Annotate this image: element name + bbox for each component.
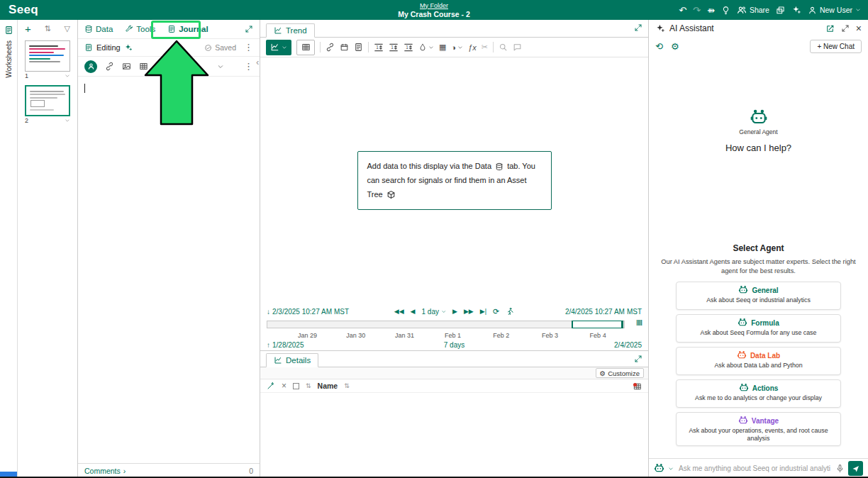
journal-editor[interactable] <box>78 77 260 463</box>
trend-view-button[interactable] <box>266 40 291 55</box>
chat-history-icon[interactable]: ⟲ <box>655 41 663 52</box>
agent-card-general[interactable]: General Ask about Seeq or industrial ana… <box>676 282 841 310</box>
axis-tick: Feb 1 <box>445 332 461 339</box>
journal-menu-icon[interactable]: ⋮ <box>244 44 253 51</box>
share-label: Share <box>750 6 769 14</box>
expand-trend-icon[interactable] <box>634 23 642 32</box>
agent-selector-robot-icon[interactable] <box>654 463 664 474</box>
skip-forward-icon[interactable]: ⇻ <box>707 5 715 16</box>
step-back-icon[interactable]: ◀ <box>411 308 416 315</box>
topbar-actions: ↶ ↷ ⇻ Share New User <box>679 5 868 16</box>
agent-card-data-lab[interactable]: Data Lab Ask about Data Lab and Python <box>676 347 841 375</box>
customize-dropdown[interactable] <box>418 43 434 52</box>
display-range-end[interactable]: 2/4/2025 10:27 AM MST <box>565 308 642 316</box>
lightbulb-icon[interactable] <box>721 6 730 15</box>
tab-journal[interactable]: Journal <box>167 25 208 33</box>
select-all-checkbox[interactable] <box>293 383 299 389</box>
step-forward-double-icon[interactable]: ▶▶ <box>464 308 474 315</box>
user-menu[interactable]: New User <box>808 6 861 15</box>
tab-details[interactable]: Details <box>266 353 318 367</box>
split-axes-icon[interactable] <box>404 43 413 52</box>
worksheet-menu-chevron-icon[interactable] <box>65 118 70 123</box>
agent-card-vantage[interactable]: Vantage Ask about your operations, event… <box>676 412 841 446</box>
add-worksheet-button[interactable]: + <box>25 25 31 33</box>
agent-card-actions[interactable]: Actions Ask me to do analytics or change… <box>676 379 841 408</box>
ai-assist-sparkle-icon[interactable] <box>124 43 133 52</box>
share-button[interactable]: Share <box>737 5 769 15</box>
customize-button[interactable]: ⚙ Customize <box>596 368 644 378</box>
trend-plot-area[interactable]: Add data to this display via the Data ta… <box>260 57 648 305</box>
new-chat-button[interactable]: + New Chat <box>810 40 862 53</box>
undo-icon[interactable]: ↶ <box>679 5 686 16</box>
timeline-track[interactable] <box>267 321 625 328</box>
database-icon <box>495 162 503 171</box>
worksheets-strip[interactable]: Worksheets <box>0 20 18 478</box>
chain-view-icon[interactable] <box>326 43 335 52</box>
ai-prompt-input[interactable] <box>677 464 832 473</box>
step-back-double-icon[interactable]: ◀◀ <box>394 308 404 315</box>
insert-image-icon[interactable] <box>122 62 131 71</box>
one-lane-icon[interactable] <box>374 43 384 52</box>
comments-label: Comments <box>84 467 121 475</box>
details-panel: Details ⚙ Customize × ⇅ Name ⇅ <box>260 350 648 478</box>
add-column-icon[interactable] <box>633 382 642 391</box>
more-formatting-chevron-icon[interactable] <box>217 63 224 70</box>
expand-panel-icon[interactable] <box>245 25 253 33</box>
step-forward-icon[interactable]: ▶ <box>452 308 457 315</box>
investigate-end[interactable]: 2/4/2025 <box>614 341 642 349</box>
comments-toggle[interactable]: Comments › <box>84 467 126 475</box>
present-windows-icon[interactable] <box>776 6 785 15</box>
display-range-selector[interactable] <box>572 321 623 328</box>
display-range-start[interactable]: ↓ 2/3/2025 10:27 AM MST <box>267 308 349 316</box>
auto-update-icon[interactable] <box>506 307 514 316</box>
expand-ai-icon[interactable] <box>841 24 850 33</box>
worksheet-menu-chevron-icon[interactable] <box>65 73 70 79</box>
name-column-header[interactable]: Name <box>318 382 338 390</box>
details-tab-label: Details <box>286 356 311 365</box>
ai-settings-gear-icon[interactable]: ⚙ <box>671 41 679 52</box>
seeq-workbench: Seeq My Folder My Crash Course - 2 ↶ ↷ ⇻… <box>0 0 868 478</box>
investigate-start[interactable]: ↑ 1/28/2025 <box>267 341 304 349</box>
wand-icon[interactable] <box>267 382 275 390</box>
worksheet-thumbnail-2[interactable] <box>25 85 70 116</box>
sort-icon[interactable]: ⇅ <box>344 382 350 389</box>
collapse-journal-handle[interactable]: ‹ <box>256 57 259 67</box>
expand-details-icon[interactable] <box>634 355 642 363</box>
microphone-icon[interactable] <box>835 464 845 473</box>
split-lanes-icon[interactable] <box>389 43 399 52</box>
function-references-icon[interactable]: ƒx <box>468 43 477 52</box>
breadcrumb[interactable]: My Folder <box>420 2 448 10</box>
export-icon[interactable] <box>354 43 363 52</box>
insert-table-icon[interactable] <box>139 62 148 71</box>
tab-tools[interactable]: Tools <box>125 25 155 33</box>
tab-trend[interactable]: Trend <box>266 23 315 38</box>
step-to-end-icon[interactable]: ▶| <box>480 308 486 315</box>
refresh-icon[interactable]: ⟳ <box>493 307 499 316</box>
user-icon <box>808 6 817 15</box>
tab-data[interactable]: Data <box>84 25 113 33</box>
worksheet-thumbnail-1[interactable] <box>25 40 70 72</box>
range-handles-icon[interactable]: ‖‖ <box>636 319 642 327</box>
sort-icon[interactable]: ⇅ <box>306 382 311 389</box>
ai-sparkle-icon[interactable] <box>791 5 801 15</box>
active-agent: General Agent <box>649 109 868 135</box>
investigate-duration[interactable]: 7 days <box>444 341 464 349</box>
remove-item-icon[interactable]: × <box>282 381 286 391</box>
close-ai-icon[interactable]: × <box>856 23 862 34</box>
gridlines-toggle[interactable]: ▦ <box>439 43 446 52</box>
filter-worksheets-icon[interactable]: ▽ <box>65 24 70 33</box>
dimming-dropdown[interactable]: ◑ <box>451 43 463 52</box>
toolbar-overflow-icon[interactable]: ⋮ <box>244 63 253 70</box>
journal-footer: Comments › 0 <box>78 463 260 478</box>
capsule-time-icon[interactable] <box>340 43 349 52</box>
axis-tick: Jan 29 <box>298 332 317 339</box>
insert-link-icon[interactable] <box>105 62 114 71</box>
open-in-window-icon[interactable] <box>825 24 835 33</box>
agent-card-formula[interactable]: Formula Ask about Seeq Formula for any u… <box>676 314 841 343</box>
send-button[interactable] <box>848 461 863 476</box>
chevron-down-icon[interactable] <box>668 466 674 472</box>
table-view-button[interactable] <box>296 40 315 55</box>
reorder-worksheets-icon[interactable]: ⇅ <box>45 24 51 33</box>
duration-dropdown[interactable]: 1 day <box>422 308 446 316</box>
user-badge-icon[interactable] <box>84 60 97 73</box>
